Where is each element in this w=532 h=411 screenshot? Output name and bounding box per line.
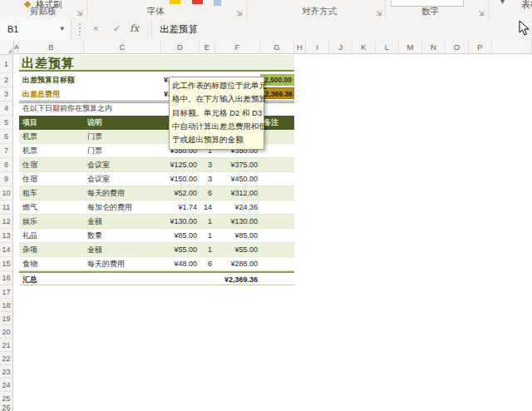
- cell-item: 娱乐: [19, 215, 84, 229]
- dropdown-caret-icon[interactable]: ▾: [500, 0, 505, 6]
- cell-desc: 金额: [84, 215, 161, 229]
- column-header-B[interactable]: B: [19, 41, 84, 54]
- row-header-2[interactable]: 2: [0, 73, 13, 87]
- table-row[interactable]: 食物 每天的费用 ¥48.00 6 ¥288.00: [19, 257, 294, 271]
- row-header-17[interactable]: 17: [0, 285, 13, 299]
- cell-item: 燃气: [19, 201, 84, 215]
- row-header-1[interactable]: 1: [0, 55, 13, 73]
- cell-desc: 每天的费用: [84, 186, 161, 201]
- row-header-3[interactable]: 3: [0, 87, 13, 102]
- cancel-icon[interactable]: ×: [93, 23, 98, 33]
- mouse-cursor-icon: [519, 20, 530, 39]
- row-header-8[interactable]: 8: [0, 158, 13, 172]
- name-box-value: B1: [7, 24, 18, 34]
- cell-item: 住宿: [19, 158, 84, 172]
- table-row[interactable]: 租车 每天的费用 ¥52.00 6 ¥312.00: [19, 186, 294, 201]
- row-header-6[interactable]: 6: [0, 130, 13, 144]
- column-header-K[interactable]: K: [352, 41, 376, 54]
- table-row[interactable]: 燃气 每加仑的费用 ¥1.74 14 ¥24.36: [19, 201, 294, 215]
- cell-item: 租车: [19, 186, 84, 201]
- clipboard-dialog-launcher-icon[interactable]: ⇲: [76, 9, 83, 17]
- cell-total: ¥375.00: [215, 158, 261, 172]
- formula-bar-drag-handle[interactable]: [79, 23, 81, 36]
- cell-total: ¥85.00: [215, 229, 261, 243]
- row-header-15[interactable]: 15: [0, 257, 13, 271]
- column-header-H[interactable]: H: [294, 41, 306, 54]
- row-header-10[interactable]: 10: [0, 186, 13, 201]
- name-box[interactable]: B1 ▾: [0, 19, 71, 40]
- cell-total: ¥312.00: [215, 186, 261, 201]
- column-header-I[interactable]: I: [306, 41, 329, 54]
- select-all-corner[interactable]: ◢: [0, 41, 14, 55]
- row-header-14[interactable]: 14: [0, 243, 13, 257]
- group-number: 数字: [421, 6, 439, 17]
- row-header-5[interactable]: 5: [0, 116, 13, 130]
- row-header-18[interactable]: 18: [0, 299, 13, 312]
- cell-desc: 金额: [84, 243, 161, 257]
- row-header-21[interactable]: 21: [0, 339, 13, 352]
- formula-input[interactable]: 出差预算: [160, 23, 198, 36]
- group-divider: [385, 0, 386, 18]
- font-dialog-launcher-icon[interactable]: ⇲: [236, 9, 243, 17]
- column-header-D[interactable]: D: [161, 41, 200, 54]
- group-alignment: 对齐方式: [302, 6, 337, 17]
- excel-window: ◆ 格式刷 ▾ 表格 剪贴板 ⇲ 字体 ⇲ 对齐方式 ⇲ 数字 ⇲ B1 ▾ ×…: [0, 0, 532, 411]
- cell-cost: ¥52.00: [161, 186, 200, 201]
- cell-cost: ¥48.00: [161, 257, 200, 271]
- table-row[interactable]: 住宿 会议室 ¥150.00 3 ¥450.00: [19, 172, 294, 186]
- row-header-24[interactable]: 24: [0, 379, 13, 392]
- column-header-E[interactable]: E: [200, 41, 215, 54]
- column-header-C[interactable]: C: [84, 41, 161, 54]
- alignment-dialog-launcher-icon[interactable]: ⇲: [376, 9, 382, 17]
- row-header-4[interactable]: 4: [0, 102, 13, 116]
- cell-cost: ¥85.00: [161, 229, 200, 243]
- tooltip-line: 目标额。单元格 D2 和 D3: [172, 106, 261, 120]
- row-header-11[interactable]: 11: [0, 201, 13, 215]
- cell-total: ¥130.00: [215, 215, 261, 229]
- column-header-G[interactable]: G: [260, 41, 294, 54]
- row-header-19[interactable]: 19: [0, 312, 13, 325]
- fill-color-icon[interactable]: [170, 0, 180, 4]
- cell-cost: ¥55.00: [161, 243, 200, 257]
- row-header-26[interactable]: 26: [0, 405, 13, 411]
- cell-cost: ¥150.00: [161, 172, 200, 186]
- column-header-F[interactable]: F: [215, 41, 260, 54]
- enter-icon[interactable]: ✓: [113, 23, 121, 34]
- table-row[interactable]: 礼品 数量 ¥85.00 1 ¥85.00: [19, 229, 294, 243]
- cell-desc: 门票: [84, 130, 161, 144]
- row-header-20[interactable]: 20: [0, 325, 13, 339]
- table-row[interactable]: 娱乐 金额 ¥130.00 1 ¥130.00: [19, 215, 294, 229]
- column-header-L[interactable]: L: [376, 41, 399, 54]
- worksheet-title-cell[interactable]: 出差预算: [19, 55, 294, 72]
- row-header-7[interactable]: 7: [0, 144, 13, 158]
- header-item: 项目: [19, 116, 84, 130]
- row-header-12[interactable]: 12: [0, 215, 13, 229]
- cell-desc: 会议室: [84, 158, 161, 172]
- row-header-13[interactable]: 13: [0, 229, 13, 243]
- column-header-J[interactable]: J: [329, 41, 352, 54]
- column-header-P[interactable]: P: [469, 41, 492, 54]
- border-icon[interactable]: [214, 0, 221, 6]
- row-header-16[interactable]: 16: [0, 271, 13, 285]
- column-header-O[interactable]: O: [446, 41, 469, 54]
- font-color-icon[interactable]: [192, 0, 203, 4]
- tooltip-line: 中自动计算出差总费用和低: [172, 120, 261, 133]
- total-cost-label: 出差总费用: [19, 87, 144, 102]
- cell-item: 机票: [19, 144, 84, 158]
- cell-qty: 3: [200, 172, 215, 186]
- number-dialog-launcher-icon[interactable]: ⇲: [478, 9, 485, 17]
- row-header-23[interactable]: 23: [0, 365, 13, 379]
- cell-qty: 1: [200, 243, 215, 257]
- table-total-row[interactable]: 汇总 ¥2,369.36: [19, 271, 294, 285]
- table-row[interactable]: 住宿 会议室 ¥125.00 3 ¥375.00: [19, 158, 294, 172]
- table-row[interactable]: 杂项 金额 ¥55.00 1 ¥55.00: [19, 243, 294, 257]
- insert-function-icon[interactable]: fx: [130, 22, 139, 34]
- column-header-N[interactable]: N: [422, 41, 446, 54]
- row-header-22[interactable]: 22: [0, 352, 13, 365]
- cell-cost: ¥1.74: [161, 201, 200, 215]
- name-box-caret-icon[interactable]: ▾: [60, 24, 64, 32]
- column-header-M[interactable]: M: [399, 41, 422, 54]
- budget-target-label: 出差预算目标额: [19, 73, 144, 87]
- row-header-9[interactable]: 9: [0, 172, 13, 186]
- worksheet-title: 出差预算: [19, 55, 185, 72]
